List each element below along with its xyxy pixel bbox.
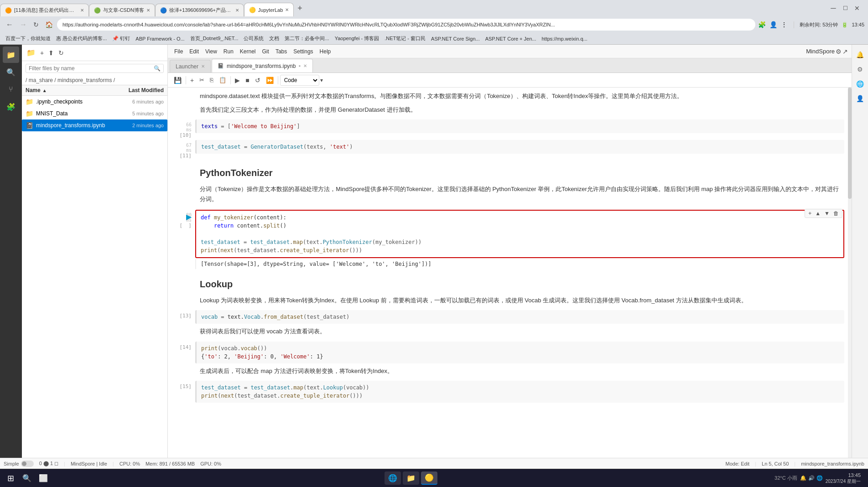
activity-files[interactable]: 📁 <box>3 47 19 63</box>
bookmark-13[interactable]: https://mp.weixin.q... <box>540 36 589 42</box>
stop-kernel-button[interactable]: ■ <box>243 75 251 85</box>
right-global-button[interactable]: 🌐 <box>854 78 867 90</box>
activity-git[interactable]: ⑂ <box>3 81 19 98</box>
start-button[interactable]: ⊞ <box>4 473 18 483</box>
right-bell-button[interactable]: 🔔 <box>854 48 867 61</box>
refresh-button[interactable]: ↻ <box>57 47 66 58</box>
bookmark-6[interactable]: 公司系统 <box>242 35 265 42</box>
bookmark-9[interactable]: Yaopengfei - 博客园 <box>333 35 381 42</box>
maximize-button[interactable]: ☐ <box>840 3 851 14</box>
menu-run[interactable]: Run <box>221 47 236 57</box>
bookmark-12[interactable]: ASP.NET Core + Jen... <box>483 36 538 42</box>
search-taskbar-button[interactable]: 🔍 <box>20 474 34 482</box>
menu-tabs[interactable]: Tabs <box>273 47 290 57</box>
cell-11-code[interactable]: test_dataset = GeneratorDataset(texts, '… <box>195 140 844 154</box>
browser-tab-2[interactable]: 🟢 与文章-CSDN博客 ✕ <box>89 4 155 16</box>
new-file-button[interactable]: + <box>38 47 46 58</box>
menu-file[interactable]: File <box>172 47 186 57</box>
save-button[interactable]: 💾 <box>172 75 184 85</box>
tab2-close[interactable]: ✕ <box>146 8 150 13</box>
paste-cell-button[interactable]: 📋 <box>217 75 229 85</box>
notebook-close-icon[interactable]: ✕ <box>303 63 307 68</box>
bookmark-4[interactable]: ABP Framework - O... <box>134 36 186 42</box>
copy-cell-button[interactable]: ⎘ <box>208 75 216 85</box>
col-modified-header[interactable]: Last Modified <box>104 87 164 93</box>
cell-80-code-area[interactable]: def my_tokenizer(content): return conten… <box>195 210 844 258</box>
tab-notebook-active[interactable]: 📓 mindspore_transforms.ipynb ● ✕ <box>212 59 313 73</box>
tab4-close[interactable]: ✕ <box>285 7 289 12</box>
col-name-header[interactable]: Name ▲ <box>26 87 104 93</box>
delete-cell-button[interactable]: 🗑 <box>832 210 840 217</box>
file-item-1[interactable]: 📁 .ipynb_checkpoints 6 minutes ago <box>22 96 167 108</box>
cell-type-select[interactable]: Code Markdown Raw <box>280 75 319 86</box>
file-item-2[interactable]: 📁 MNIST_Data 5 minutes ago <box>22 108 167 119</box>
minimize-button[interactable]: ─ <box>828 3 839 14</box>
back-button[interactable]: ← <box>4 19 16 30</box>
cell-10-number-col: 66 ms [10] <box>168 119 195 138</box>
upload-button[interactable]: ⬆ <box>47 47 56 58</box>
bookmark-5[interactable]: 首页_Dotnet9_.NET... <box>188 35 240 42</box>
bookmark-7[interactable]: 文档 <box>267 35 281 42</box>
menu-view[interactable]: View <box>203 47 220 57</box>
add-cell-button[interactable]: + <box>188 75 196 85</box>
task-view-button[interactable]: ⬜ <box>36 474 51 482</box>
browser-tab-3[interactable]: 🔵 徐泽+13960699696+产品生存倍... ✕ <box>155 4 244 16</box>
extensions-icon[interactable]: 🧩 <box>757 20 767 29</box>
browser-tab-4-active[interactable]: 🟡 JupyterLab ✕ <box>244 3 294 16</box>
tab1-close[interactable]: ✕ <box>80 8 84 13</box>
forward-button[interactable]: → <box>17 19 29 30</box>
menu-help[interactable]: Help <box>317 47 334 57</box>
bookmark-3[interactable]: 📌 钉钉 <box>110 35 132 42</box>
run-cell-button[interactable]: ▶ <box>233 75 242 85</box>
cell-15-code[interactable]: test_dataset = test_dataset.map(text.Loo… <box>195 381 844 403</box>
right-user-button[interactable]: 👤 <box>854 92 867 105</box>
close-button[interactable]: ✕ <box>852 3 863 14</box>
tab3-close[interactable]: ✕ <box>235 8 239 13</box>
new-tab-button[interactable]: + <box>294 4 306 13</box>
menu-kernel[interactable]: Kernel <box>237 47 259 57</box>
file-item-3[interactable]: 📓 mindspore_transforms.ipynb 2 minutes a… <box>22 119 167 131</box>
status-simple-toggle[interactable]: Simple <box>4 461 34 467</box>
move-down-button[interactable]: ▼ <box>823 210 831 217</box>
browser-tab-1[interactable]: 🟠 [11条消息] 墨公差代码出品_墨公系... ✕ <box>0 4 89 16</box>
taskbar-explorer[interactable]: 📁 <box>403 471 419 485</box>
menu-git[interactable]: Git <box>260 47 272 57</box>
bookmark-11[interactable]: ASP.NET Core Sign... <box>429 36 482 42</box>
bookmark-2[interactable]: 惠 愚公差代码的博客... <box>54 35 109 42</box>
home-button[interactable]: 🏠 <box>43 20 55 30</box>
menu-edit[interactable]: Edit <box>187 47 202 57</box>
activity-search[interactable]: 🔍 <box>3 64 19 80</box>
menu-settings[interactable]: Settings <box>291 47 316 57</box>
new-folder-button[interactable]: 📁 <box>25 47 37 59</box>
share-button[interactable]: ↗ <box>842 48 848 55</box>
settings-icon[interactable]: ⋮ <box>780 20 788 29</box>
run-indicator[interactable]: ▶ <box>186 212 192 221</box>
cell-10-code[interactable]: texts = ['Welcome to Beijing'] <box>195 119 844 133</box>
cell-13: [13] vocab = text.Vocab.from_dataset(tes… <box>168 309 852 325</box>
mindspore-settings-btn[interactable]: ⚙ <box>836 48 842 55</box>
taskbar-chrome[interactable]: 🟡 <box>421 471 437 485</box>
cell-14-code[interactable]: print(vocab.vocab()) {'to': 2, 'Beijing'… <box>195 342 844 363</box>
reload-button[interactable]: ↻ <box>31 20 41 30</box>
cut-cell-button[interactable]: ✂ <box>197 75 207 85</box>
bookmark-8[interactable]: 第二节：必备中间... <box>283 35 331 42</box>
tab-bar: 🟠 [11条消息] 墨公差代码出品_墨公系... ✕ 🟢 与文章-CSDN博客 … <box>0 0 868 16</box>
cell-13-code[interactable]: vocab = text.Vocab.from_dataset(test_dat… <box>195 310 844 324</box>
add-below-button[interactable]: + <box>807 210 813 217</box>
address-input[interactable] <box>57 19 755 31</box>
bookmark-1[interactable]: 百度一下，你就知道 <box>4 35 52 42</box>
tab4-favicon: 🟡 <box>249 7 256 13</box>
right-settings-button[interactable]: ⚙ <box>854 63 867 76</box>
cell-type-dropdown[interactable]: ▾ <box>320 77 323 83</box>
activity-extensions[interactable]: 🧩 <box>3 98 19 115</box>
move-up-button[interactable]: ▲ <box>814 210 822 217</box>
taskbar-edge[interactable]: 🌐 <box>385 471 401 485</box>
bookmark-10[interactable]: .NET笔记 - 窗口民 <box>383 35 427 42</box>
profile-icon[interactable]: 👤 <box>769 20 778 29</box>
restart-run-all-button[interactable]: ⏩ <box>264 75 276 85</box>
tab-launcher[interactable]: Launcher ✕ <box>170 60 211 73</box>
launcher-close-icon[interactable]: ✕ <box>201 64 205 69</box>
restart-kernel-button[interactable]: ↺ <box>253 75 263 85</box>
search-input[interactable] <box>29 65 154 72</box>
mem-status: Mem: 891 / 65536 MB <box>146 461 195 466</box>
